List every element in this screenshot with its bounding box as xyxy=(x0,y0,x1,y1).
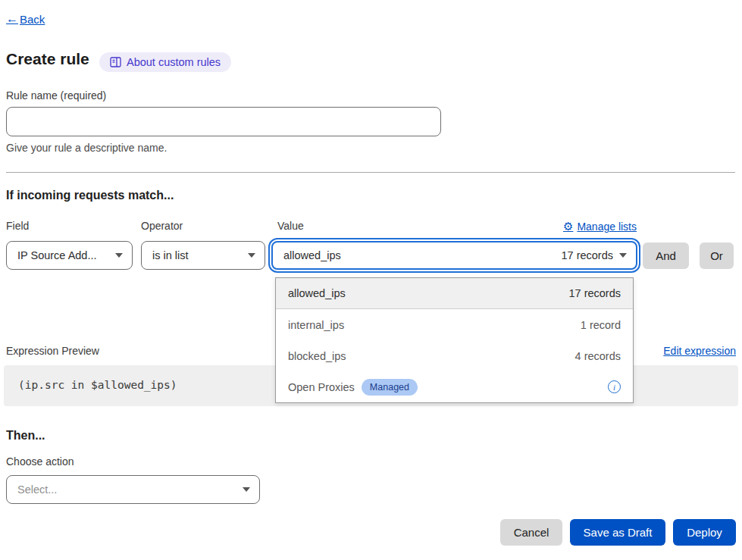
action-select-placeholder: Select... xyxy=(17,483,57,496)
list-item-allowed-ips[interactable]: allowed_ips 17 records xyxy=(276,278,633,309)
list-item-record-count: 1 record xyxy=(581,319,621,331)
info-icon[interactable]: i xyxy=(608,380,621,393)
field-select[interactable]: IP Source Add... xyxy=(6,241,133,270)
back-arrow-icon: ← xyxy=(6,12,18,26)
chevron-down-icon xyxy=(243,487,250,492)
list-item-open-proxies[interactable]: Open Proxies Managed i xyxy=(276,371,633,402)
list-item-record-count: 17 records xyxy=(568,287,621,299)
page-title: Create rule xyxy=(6,50,89,68)
list-item-name: Open Proxies xyxy=(288,381,355,393)
operator-label: Operator xyxy=(141,220,183,232)
value-select-record-count: 17 records xyxy=(561,249,613,261)
expression-preview-label: Expression Preview xyxy=(6,345,99,357)
and-button[interactable]: And xyxy=(643,242,689,269)
rule-name-input[interactable] xyxy=(6,107,441,136)
deploy-button[interactable]: Deploy xyxy=(673,519,736,546)
value-label: Value xyxy=(277,220,304,232)
value-select[interactable]: allowed_ips 17 records xyxy=(271,241,637,270)
operator-select-value: is in list xyxy=(152,249,189,261)
cancel-button[interactable]: Cancel xyxy=(500,519,562,546)
operator-select[interactable]: is in list xyxy=(141,241,265,270)
section-divider xyxy=(6,172,735,173)
expression-code: (ip.src in $allowed_ips) xyxy=(18,379,177,391)
chevron-down-icon xyxy=(115,253,123,258)
book-icon xyxy=(110,57,121,67)
value-select-selected: allowed_ips xyxy=(283,249,341,261)
list-item-name: allowed_ips xyxy=(288,287,346,299)
manage-lists-label: Manage lists xyxy=(577,221,637,233)
managed-badge: Managed xyxy=(362,379,418,396)
list-item-record-count: 4 records xyxy=(575,350,621,362)
rule-name-helper: Give your rule a descriptive name. xyxy=(6,142,167,154)
then-section-heading: Then... xyxy=(6,429,45,443)
gear-icon: ⚙ xyxy=(563,220,573,233)
chevron-down-icon xyxy=(619,253,627,258)
match-section-heading: If incoming requests match... xyxy=(6,189,174,202)
save-as-draft-button[interactable]: Save as Draft xyxy=(570,519,665,546)
back-label: Back xyxy=(20,13,45,26)
rule-name-label: Rule name (required) xyxy=(6,89,106,102)
or-button[interactable]: Or xyxy=(700,242,734,269)
list-item-name: blocked_ips xyxy=(288,350,346,362)
choose-action-label: Choose action xyxy=(6,455,74,468)
about-badge-label: About custom rules xyxy=(127,56,221,68)
value-dropdown-panel: allowed_ips 17 records internal_ips 1 re… xyxy=(275,277,634,403)
back-link[interactable]: ←Back xyxy=(6,12,45,26)
field-select-value: IP Source Add... xyxy=(17,249,97,261)
manage-lists-link[interactable]: ⚙ Manage lists xyxy=(563,220,637,233)
about-custom-rules-link[interactable]: About custom rules xyxy=(99,52,231,72)
field-label: Field xyxy=(6,220,29,232)
action-select[interactable]: Select... xyxy=(6,475,260,504)
list-item-name: internal_ips xyxy=(288,319,344,331)
chevron-down-icon xyxy=(248,253,255,258)
edit-expression-link[interactable]: Edit expression xyxy=(663,345,736,357)
list-item-internal-ips[interactable]: internal_ips 1 record xyxy=(276,309,633,340)
list-item-blocked-ips[interactable]: blocked_ips 4 records xyxy=(276,340,633,371)
